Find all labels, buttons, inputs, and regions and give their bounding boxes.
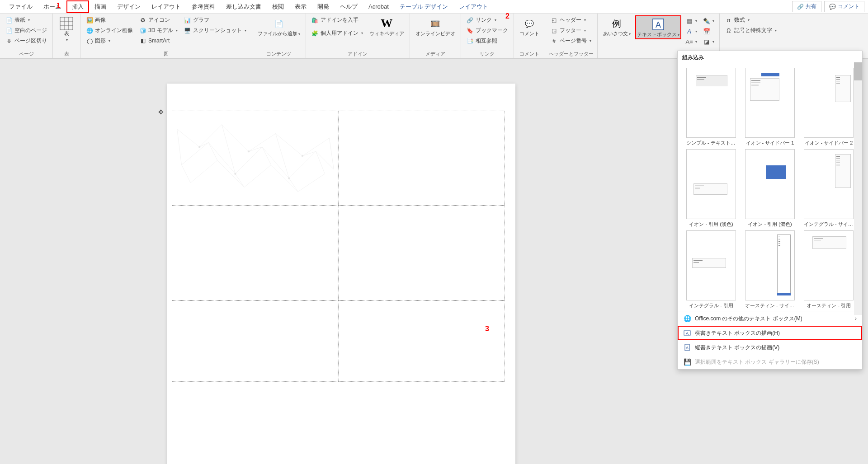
gallery-item[interactable]: ▬▬▬▬▬▬▬▬イオン - 引用 (淡色) — [683, 149, 739, 228]
bookmark-button[interactable]: 🔖ブックマーク — [465, 26, 510, 35]
my-addins-button[interactable]: 🧩個人用アドイン▾ — [310, 28, 365, 38]
screenshot-icon: 🖥️ — [184, 27, 191, 34]
gallery-item[interactable]: ▬▬▬▬▬▬▬▬インテグラル - 引用 — [683, 230, 739, 309]
table-anchor-icon[interactable]: ✥ — [158, 108, 164, 116]
comment-balloon-icon: 💬 — [522, 16, 537, 31]
table-cell[interactable] — [338, 300, 505, 382]
tab-layout[interactable]: レイアウト — [146, 0, 186, 13]
page-break-button[interactable]: ⤋ページ区切り — [4, 36, 49, 46]
addin-icon: 🧩 — [311, 30, 319, 37]
picture-icon: 🖼️ — [86, 17, 93, 24]
page: ✥ — [167, 84, 515, 464]
table-cell[interactable] — [172, 300, 338, 382]
video-icon: 🎞️ — [428, 16, 443, 31]
tab-view[interactable]: 表示 — [289, 0, 312, 13]
smartart-icon: ◧ — [139, 37, 146, 44]
gallery-item[interactable]: ▬▬▬▬▬▬▬▬▬シンプル - テキスト ボッ... — [683, 68, 739, 146]
page-number-button[interactable]: #ページ番号▾ — [549, 36, 593, 46]
tab-references[interactable]: 参考資料 — [186, 0, 221, 13]
table-cell[interactable] — [172, 111, 338, 206]
link-icon: 🔗 — [467, 17, 474, 24]
wikipedia-button[interactable]: Wウィキペディア — [368, 15, 406, 37]
datetime-button[interactable]: 📅 — [702, 27, 715, 36]
store-icon: 🛍️ — [311, 17, 319, 24]
symbol-button[interactable]: Ω記号と特殊文字▾ — [723, 26, 778, 35]
gallery-item[interactable]: ▬▬▬▬▬▬▬▬▬▬▬▬▬▬イオン - サイドバー 1 — [742, 68, 798, 146]
icons-button[interactable]: ✪アイコン — [137, 15, 179, 25]
gallery-scrollbar[interactable] — [854, 62, 862, 315]
omega-icon: Ω — [725, 27, 732, 34]
object-button[interactable]: ◪▾ — [702, 37, 715, 46]
svg-point-7 — [198, 146, 200, 148]
tab-design[interactable]: デザイン — [112, 0, 146, 13]
gallery-item[interactable]: ▬▬▬▬▬▬▬▬▬オースティン - 引用 — [801, 230, 857, 309]
cover-page-button[interactable]: 📄表紙▾ — [4, 15, 49, 25]
pictures-button[interactable]: 🖼️画像 — [84, 15, 135, 25]
chevron-down-icon: ▾ — [28, 18, 30, 22]
crossref-button[interactable]: 📑相互参照 — [465, 36, 510, 46]
header-icon: ◰ — [551, 17, 558, 24]
greeting-button[interactable]: 例あいさつ文▾ — [601, 15, 632, 37]
draw-horizontal-textbox[interactable]: A横書きテキスト ボックスの描画(H) — [678, 326, 862, 340]
table-cell[interactable] — [172, 206, 338, 300]
cube-icon: 🧊 — [139, 27, 146, 34]
3d-models-button[interactable]: 🧊3D モデル▾ — [137, 26, 179, 35]
new-comment-button[interactable]: 💬コメント — [518, 15, 541, 37]
tab-review[interactable]: 校閲 — [267, 0, 289, 13]
tab-help[interactable]: ヘルプ — [335, 0, 363, 13]
tab-table-layout[interactable]: レイアウト — [453, 0, 494, 13]
file-add-icon: 📄 — [272, 16, 286, 31]
gallery-item[interactable]: ▬▬▬▬▬オースティン - サイドバー — [742, 230, 798, 309]
icons-icon: ✪ — [139, 17, 146, 24]
online-picture-icon: 🌐 — [86, 27, 93, 34]
signature-button[interactable]: ✒️▾ — [702, 16, 715, 25]
globe-icon: 🌐 — [683, 314, 691, 323]
tab-developer[interactable]: 開発 — [312, 0, 335, 13]
shapes-button[interactable]: ◯図形▾ — [84, 36, 135, 46]
more-office-textboxes[interactable]: 🌐Office.com のその他のテキスト ボックス(M)› — [678, 311, 862, 326]
table-cell[interactable] — [338, 206, 505, 300]
table-cell[interactable] — [338, 111, 505, 206]
tab-acrobat[interactable]: Acrobat — [363, 1, 394, 12]
comment-button[interactable]: 💬コメント — [824, 1, 864, 12]
link-button[interactable]: 🔗リンク▾ — [465, 15, 510, 25]
table-icon — [59, 16, 74, 31]
document-table[interactable] — [172, 111, 511, 382]
footer-icon: ◲ — [551, 27, 558, 34]
tab-home[interactable]: ホーム — [38, 0, 66, 13]
online-video-button[interactable]: 🎞️オンラインビデオ — [414, 15, 457, 37]
table-button[interactable]: 表▾ — [57, 15, 76, 43]
textbox-button[interactable]: Aテキストボックス▾ — [635, 15, 681, 39]
gallery-item[interactable]: ▬▬▬▬▬▬▬▬イオン - サイドバー 2 — [801, 68, 857, 146]
tab-table-design[interactable]: テーブル デザイン — [394, 0, 454, 13]
tab-mailings[interactable]: 差し込み文書 — [221, 0, 267, 13]
screenshot-button[interactable]: 🖥️スクリーンショット▾ — [182, 26, 248, 35]
footer-button[interactable]: ◲フッター▾ — [549, 26, 593, 35]
tab-file[interactable]: ファイル — [4, 0, 38, 13]
dropcap-button[interactable]: A≡▾ — [685, 37, 698, 46]
textbox-icon: A — [651, 17, 665, 32]
textbox-v-icon: A — [683, 343, 691, 352]
wordart-button[interactable]: A▾ — [685, 27, 698, 36]
pi-icon: π — [725, 17, 732, 24]
header-button[interactable]: ◰ヘッダー▾ — [549, 15, 593, 25]
save-icon: 💾 — [683, 358, 691, 366]
reuse-files-button[interactable]: 📄ファイルから追加▾ — [256, 15, 302, 37]
gallery-item[interactable]: ▬▬▬▬▬▬▬▬▬▬インテグラル - サイドバー — [801, 149, 857, 228]
tab-draw[interactable]: 描画 — [89, 0, 112, 13]
online-pictures-button[interactable]: 🌐オンライン画像 — [84, 26, 135, 35]
svg-text:A: A — [686, 346, 689, 350]
tab-insert[interactable]: 挿入 — [66, 0, 89, 13]
get-addins-button[interactable]: 🛍️アドインを入手 — [310, 15, 365, 25]
group-label-addins: アドイン — [310, 50, 406, 57]
chart-button[interactable]: 📊グラフ — [182, 15, 248, 25]
gallery-item[interactable]: イオン - 引用 (濃色) — [742, 149, 798, 228]
smartart-button[interactable]: ◧SmartArt — [137, 36, 179, 45]
shapes-icon: ◯ — [86, 37, 93, 45]
equation-button[interactable]: π数式▾ — [723, 15, 778, 25]
draw-vertical-textbox[interactable]: A縦書きテキスト ボックスの描画(V) — [678, 340, 862, 355]
signature-icon: ✒️ — [703, 17, 711, 25]
quickparts-button[interactable]: ▦▾ — [685, 16, 698, 25]
blank-page-button[interactable]: 📄空白のページ — [4, 26, 49, 35]
share-button[interactable]: 🔗共有 — [792, 1, 821, 12]
